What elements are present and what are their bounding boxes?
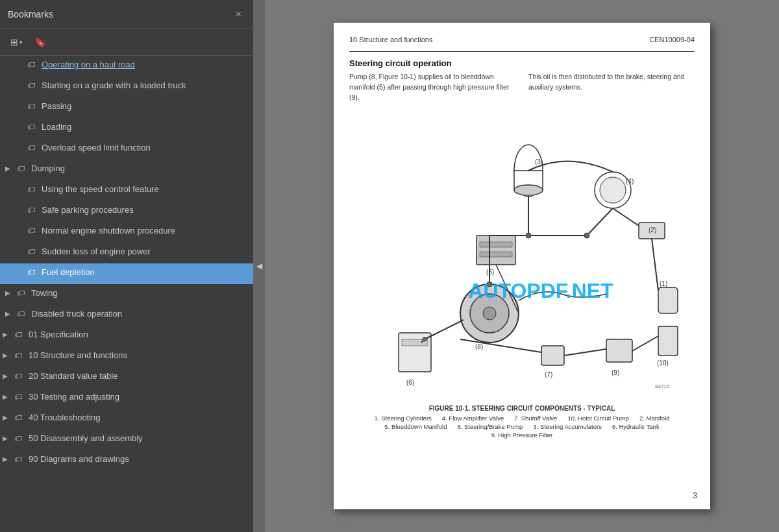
svg-text:(10): (10) <box>657 359 669 367</box>
bookmark-label: 10 Structure and functions <box>29 350 248 361</box>
expand-placeholder <box>16 143 26 152</box>
bookmark-label: Using the speed control feature <box>42 184 248 195</box>
expand-placeholder <box>16 206 26 215</box>
steering-circuit-svg: (3) (4) (2) (1) <box>360 119 684 391</box>
legend-item-2: 2. Manifold <box>639 415 669 422</box>
legend-item-5: 5. Bleeddown Manifold <box>384 423 447 430</box>
diagram-area: (3) (4) (2) (1) <box>349 109 695 439</box>
bookmark-sudden-loss[interactable]: 🏷 Sudden loss of engine power <box>0 243 253 263</box>
expand-arrow-icon: ▶ <box>3 393 13 402</box>
text-column-left: Pump (8, Figure 10-1) supplies oil to bl… <box>349 72 515 103</box>
section-heading-area: Steering circuit operation Pump (8, Figu… <box>349 58 695 103</box>
expand-placeholder <box>16 226 26 236</box>
expand-arrow-icon: ▶ <box>3 434 13 443</box>
bookmark-towing[interactable]: ▶ 🏷 Towing <box>0 284 253 305</box>
section-20-standard[interactable]: ▶ 🏷 20 Standard value table <box>0 367 253 388</box>
bookmark-flag-icon: 🏷 <box>27 122 38 133</box>
bookmark-loading[interactable]: 🏷 Loading <box>0 118 253 139</box>
svg-point-43 <box>487 282 492 287</box>
grid-view-button[interactable]: ⊞ ▾ <box>6 34 27 50</box>
page-header: 10 Structure and functions CEN10009-04 <box>349 36 695 43</box>
svg-text:(9): (9) <box>612 369 619 376</box>
bookmark-flag-icon: 🏷 <box>14 330 25 341</box>
bookmark-label: Fuel depletion <box>42 267 248 278</box>
section-10-struct[interactable]: ▶ 🏷 10 Structure and functions <box>0 346 253 367</box>
legend-item-3: 3. Steering Accumulators <box>533 423 602 430</box>
expand-arrow-icon: ▶ <box>3 372 13 381</box>
bookmark-label: Loading <box>42 121 248 133</box>
sidebar-toolbar: ⊞ ▾ 🔖 <box>0 29 253 56</box>
bookmark-operating[interactable]: 🏷 Operating on a haul road <box>0 56 253 77</box>
main-content: ◀ 10 Structure and functions CEN10009-04… <box>253 0 779 532</box>
bookmark-flag-icon: 🏷 <box>27 247 38 258</box>
page-number: 3 <box>693 491 697 500</box>
svg-rect-10 <box>658 287 678 313</box>
bookmark-fuel-depletion[interactable]: 🏷 Fuel depletion <box>0 263 253 284</box>
bookmark-flag-icon: 🏷 <box>27 267 38 278</box>
bookmark-flag-icon: 🏷 <box>14 350 25 361</box>
expand-arrow-icon: ▶ <box>3 351 13 360</box>
bookmark-label: 50 Disassembly and assembly <box>29 433 248 444</box>
bookmark-label: 30 Testing and adjusting <box>29 391 248 403</box>
bookmark-flag-icon: 🏷 <box>27 226 38 237</box>
expand-placeholder <box>16 247 26 256</box>
diagram-caption: FIGURE 10-1. STEERING CIRCUIT COMPONENTS… <box>429 405 615 412</box>
expand-placeholder <box>16 81 26 90</box>
svg-text:83715: 83715 <box>655 383 670 389</box>
svg-rect-23 <box>541 346 564 365</box>
bookmark-flag-icon: 🏷 <box>27 80 38 91</box>
bookmark-engine-shutdown[interactable]: 🏷 Normal engine shutdown procedure <box>0 222 253 243</box>
bookmark-passing[interactable]: 🏷 Passing <box>0 97 253 118</box>
bookmark-label: 01 Specification <box>29 329 248 341</box>
bookmark-flag-icon: 🏷 <box>17 309 27 320</box>
legend-item-10: 10. Hoist Circuit Pump <box>567 415 629 422</box>
bookmark-icon: 🔖 <box>34 37 45 47</box>
expand-placeholder <box>16 123 26 132</box>
bookmark-label: Sudden loss of engine power <box>42 246 248 258</box>
text-columns: Pump (8, Figure 10-1) supplies oil to bl… <box>349 72 695 103</box>
sidebar-title: Bookmarks <box>8 9 53 19</box>
expand-placeholder <box>16 268 26 277</box>
legend-item-7: 7. Shutoff Valve <box>514 415 557 422</box>
svg-point-6 <box>600 177 626 203</box>
bookmark-flag-icon: 🏷 <box>14 433 25 444</box>
collapse-sidebar-button[interactable]: ◀ <box>253 0 265 532</box>
bookmark-label: Normal engine shutdown procedure <box>42 225 248 237</box>
sidebar-header: Bookmarks × <box>0 0 253 29</box>
bookmark-flag-icon: 🏷 <box>27 184 38 195</box>
svg-text:(8): (8) <box>475 343 483 350</box>
bookmark-flag-icon: 🏷 <box>14 454 25 465</box>
section-30-testing[interactable]: ▶ 🏷 30 Testing and adjusting <box>0 388 253 409</box>
bookmark-flag-icon: 🏷 <box>17 163 27 175</box>
bookmark-label: 90 Diagrams and drawings <box>29 453 248 465</box>
expand-arrow-icon: ▶ <box>3 330 13 339</box>
section-50-disassembly[interactable]: ▶ 🏷 50 Disassembly and assembly <box>0 429 253 450</box>
section-90-diagrams[interactable]: ▶ 🏷 90 Diagrams and drawings <box>0 450 253 471</box>
expand-arrow-icon: ▶ <box>3 455 13 464</box>
bookmark-label: Dumping <box>31 163 248 175</box>
bookmark-disabled[interactable]: ▶ 🏷 Disabled truck operation <box>0 305 253 326</box>
svg-point-18 <box>483 307 496 320</box>
bookmark-speed-control[interactable]: 🏷 Using the speed control feature <box>0 180 253 201</box>
bookmark-label: 40 Troubleshooting <box>29 412 248 424</box>
bookmark-overload[interactable]: 🏷 Overload speed limit function <box>0 139 253 160</box>
grid-icon: ⊞ <box>10 37 18 47</box>
section-40-trouble[interactable]: ▶ 🏷 40 Troubleshooting <box>0 409 253 429</box>
bookmarks-list: 🏷 Operating on a haul road 🏷 Starting on… <box>0 56 253 532</box>
bookmark-label: 20 Standard value table <box>29 370 248 382</box>
section-01-spec[interactable]: ▶ 🏷 01 Specification <box>0 326 253 346</box>
section-title: Steering circuit operation <box>349 58 695 68</box>
svg-text:(5): (5) <box>486 269 494 276</box>
document-page: 10 Structure and functions CEN10009-04 S… <box>334 23 710 509</box>
svg-rect-12 <box>476 236 515 265</box>
bookmark-flag-icon: 🏷 <box>27 143 38 154</box>
svg-rect-25 <box>606 339 632 362</box>
bookmark-starting[interactable]: 🏷 Starting on a grade with a loaded truc… <box>0 77 253 97</box>
legend-item-8: 8. Steering/Brake Pump <box>457 423 523 430</box>
bookmark-safe-parking[interactable]: 🏷 Safe parking procedures <box>0 201 253 222</box>
text-column-right: This oil is then distributed to the brak… <box>528 72 695 103</box>
bookmark-view-button[interactable]: 🔖 <box>31 34 49 50</box>
bookmark-dumping[interactable]: ▶ 🏷 Dumping <box>0 160 253 180</box>
svg-rect-27 <box>658 326 678 356</box>
close-button[interactable]: × <box>232 7 245 21</box>
